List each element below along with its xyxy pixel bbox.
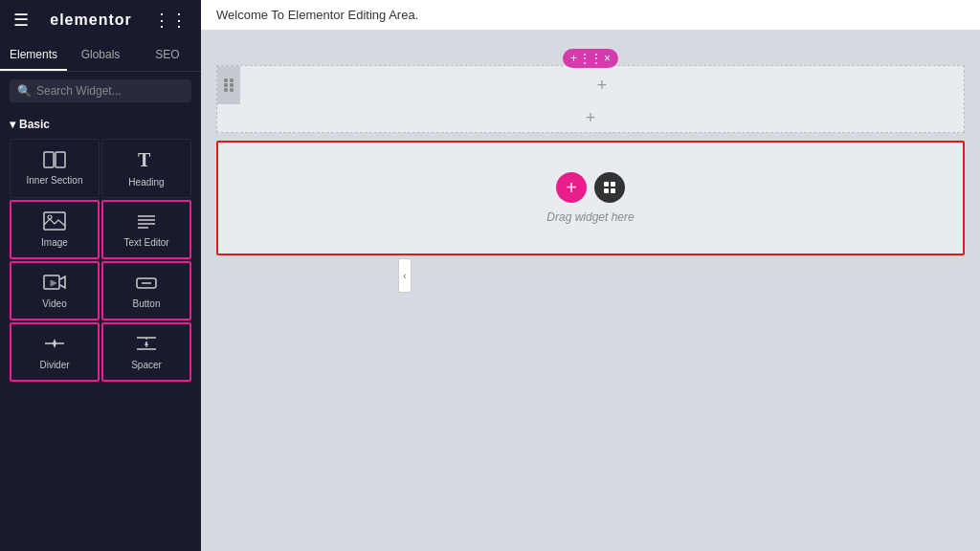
drop-zone-add-button[interactable]: + — [556, 172, 587, 203]
section-1-column: + — [240, 66, 964, 104]
sidebar-collapse-button[interactable]: ‹ — [398, 258, 412, 293]
basic-section-label: ▾ Basic — [10, 118, 191, 131]
svg-marker-10 — [51, 280, 56, 286]
svg-rect-26 — [604, 182, 609, 187]
divider-icon — [43, 334, 66, 356]
canvas-area: + ⋮⋮ × + + — [201, 31, 980, 551]
section-1-add-column[interactable]: + — [597, 77, 608, 94]
svg-text:T: T — [138, 149, 151, 170]
section-1-toolbar: + ⋮⋮ × — [563, 49, 618, 68]
widget-heading-label: Heading — [128, 177, 164, 187]
spacer-icon — [135, 334, 158, 356]
svg-rect-0 — [44, 152, 54, 167]
drop-zone-hint: Drag widget here — [546, 210, 634, 224]
svg-rect-27 — [611, 182, 615, 187]
main-topbar: Welcome To Elementor Editing Area. — [201, 0, 980, 31]
hamburger-icon[interactable]: ☰ — [13, 10, 29, 31]
drop-zone-section: + Drag widget here — [216, 141, 965, 255]
widget-button-label: Button — [133, 298, 161, 309]
drop-zone-grid-button[interactable] — [594, 172, 625, 203]
section-1-add-below[interactable]: + — [217, 104, 964, 132]
widget-image-label: Image — [41, 237, 68, 248]
svg-rect-21 — [230, 78, 234, 82]
widget-button[interactable]: Button — [101, 261, 191, 320]
search-area: 🔍 — [0, 72, 201, 110]
section-1-handle[interactable] — [217, 66, 240, 104]
sidebar-logo: elementor — [50, 11, 131, 29]
widget-video-label: Video — [42, 298, 66, 309]
widget-spacer[interactable]: Spacer — [101, 322, 191, 382]
section-add-icon[interactable]: + — [570, 52, 577, 65]
search-input-wrap: 🔍 — [10, 79, 191, 102]
button-icon — [135, 273, 158, 295]
widget-spacer-label: Spacer — [131, 360, 162, 370]
section-1-inner: + — [217, 66, 964, 104]
widget-inner-section-label: Inner Section — [27, 175, 83, 186]
heading-icon: T — [136, 149, 157, 173]
search-icon: 🔍 — [17, 84, 32, 98]
image-icon — [43, 211, 66, 233]
svg-rect-1 — [56, 152, 65, 167]
widget-inner-section[interactable]: Inner Section — [10, 139, 100, 198]
widget-image[interactable]: Image — [10, 200, 100, 259]
section-move-icon[interactable]: ⋮⋮ — [579, 52, 602, 65]
svg-rect-25 — [230, 88, 234, 92]
svg-rect-22 — [224, 83, 228, 87]
tab-elements[interactable]: Elements — [0, 40, 67, 71]
text-editor-icon — [135, 211, 158, 233]
svg-rect-24 — [224, 88, 228, 92]
drop-zone-inner: + Drag widget here — [546, 172, 634, 224]
drop-zone-buttons: + — [556, 172, 625, 203]
sidebar: ☰ elementor ⋮⋮ Elements Globals SEO 🔍 ▾ … — [0, 0, 201, 551]
widget-video[interactable]: Video — [10, 261, 100, 320]
widget-text-editor-label: Text Editor — [123, 237, 168, 248]
section-close-icon[interactable]: × — [604, 52, 611, 65]
widget-heading[interactable]: T Heading — [101, 139, 191, 198]
section-1: + ⋮⋮ × + + — [216, 65, 965, 133]
widget-text-editor[interactable]: Text Editor — [101, 200, 191, 259]
widgets-grid: Inner Section T Heading — [10, 139, 191, 382]
widgets-area: ▾ Basic Inner Section T — [0, 110, 201, 551]
svg-marker-19 — [145, 342, 148, 345]
sidebar-tabs: Elements Globals SEO — [0, 40, 201, 72]
search-input[interactable] — [36, 84, 184, 98]
svg-rect-23 — [230, 83, 234, 87]
grid-icon[interactable]: ⋮⋮ — [153, 10, 188, 31]
svg-rect-20 — [224, 78, 228, 82]
widget-divider[interactable]: Divider — [10, 322, 100, 382]
inner-section-icon — [43, 151, 66, 171]
tab-globals[interactable]: Globals — [67, 40, 134, 71]
tab-seo[interactable]: SEO — [134, 40, 201, 71]
svg-marker-15 — [53, 343, 56, 348]
canvas-title: Welcome To Elementor Editing Area. — [216, 8, 418, 22]
svg-marker-14 — [53, 339, 56, 343]
sidebar-header: ☰ elementor ⋮⋮ — [0, 0, 201, 40]
triangle-icon: ▾ — [10, 118, 15, 131]
main-area: Welcome To Elementor Editing Area. + ⋮⋮ … — [201, 0, 980, 551]
video-icon — [43, 273, 66, 295]
svg-rect-29 — [611, 188, 615, 193]
svg-rect-28 — [604, 188, 609, 193]
widget-divider-label: Divider — [39, 360, 69, 370]
